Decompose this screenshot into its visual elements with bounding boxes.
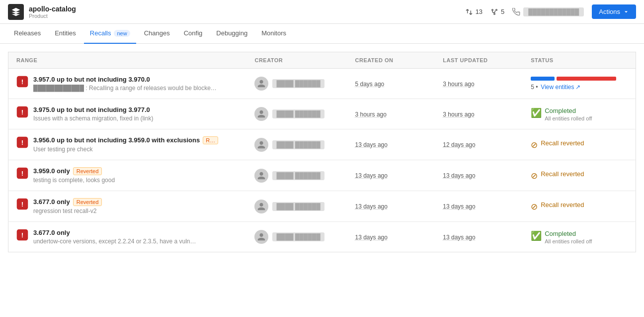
creator-cell: ████ ██████	[246, 69, 347, 99]
updated-cell: 13 days ago	[435, 222, 523, 252]
range-desc: regression test recall-v2	[33, 208, 239, 214]
range-cell: ! 3.956.0 up to but not including 3.959.…	[8, 129, 247, 160]
progress-bar	[531, 77, 628, 81]
range-desc: User testing pre check	[33, 146, 239, 153]
reverted-badge: Reverted	[73, 198, 102, 206]
phone-label: ████████████	[523, 7, 584, 16]
avatar	[254, 200, 268, 213]
col-header-creator: CREATOR	[246, 52, 347, 69]
creator-name: ████ ██████	[272, 202, 324, 211]
avatar	[254, 230, 268, 244]
table-body: ! 3.957.0 up to but not including 3.970.…	[8, 69, 636, 252]
creator-name: ████ ██████	[272, 79, 324, 88]
stat1-value: 13	[476, 8, 483, 15]
recalls-table-wrapper: RANGE CREATOR CREATED ON LAST UPDATED ST…	[0, 44, 644, 260]
col-header-created: CREATED ON	[347, 52, 435, 69]
created-cell: 5 days ago	[347, 69, 435, 99]
range-title: 3.677.0 only	[33, 229, 239, 236]
stat-forks: 5	[490, 8, 504, 16]
recall-icon: !	[16, 136, 28, 148]
header-right: 13 5 ████████████ Actions	[465, 4, 636, 19]
view-entities-link[interactable]: View entities ↗	[541, 84, 580, 91]
reverted-badge: Reverted	[73, 167, 102, 175]
nav-changes[interactable]: Changes	[138, 24, 176, 44]
svg-text:!: !	[21, 108, 24, 116]
arrows-icon	[465, 8, 473, 16]
user-icon	[257, 232, 266, 241]
range-desc: testing is complete, looks good	[33, 177, 239, 184]
table-row: ! 3.677.0 onlyReverted regression test r…	[8, 191, 636, 222]
nav-monitors[interactable]: Monitors	[255, 24, 292, 44]
svg-point-0	[492, 9, 493, 10]
ban-icon: ⊘	[531, 171, 538, 181]
status-sub: All entities rolled off	[545, 238, 592, 244]
updated-cell: 13 days ago	[435, 160, 523, 191]
updated-time: 13 days ago	[443, 234, 475, 241]
svg-point-1	[496, 9, 497, 10]
r-badge: R…	[203, 136, 218, 144]
svg-text:!: !	[21, 201, 24, 208]
creator-cell: ████ ██████	[246, 222, 347, 252]
progress-red	[557, 77, 616, 81]
updated-cell: 3 hours ago	[435, 69, 523, 99]
cube-icon	[11, 7, 21, 17]
check-circle-icon: ✅	[531, 230, 542, 241]
created-cell: 13 days ago	[347, 129, 435, 160]
updated-time: 13 days ago	[443, 172, 475, 179]
created-cell: 13 days ago	[347, 191, 435, 222]
status-cell-reverted: ⊘ Recall reverted	[523, 160, 636, 191]
actions-button[interactable]: Actions	[592, 4, 636, 19]
range-title: 3.677.0 onlyReverted	[33, 198, 239, 206]
range-title: 3.956.0 up to but not including 3.959.0 …	[33, 136, 239, 144]
table-row: ! 3.959.0 onlyReverted testing is comple…	[8, 160, 636, 191]
user-icon	[257, 202, 266, 211]
table-row: ! 3.677.0 only undertow-core versions, e…	[8, 222, 636, 252]
nav-entities[interactable]: Entities	[49, 24, 82, 44]
stat2-value: 5	[501, 8, 504, 15]
creator-name: ████ ██████	[272, 140, 324, 149]
main-nav: Releases Entities Recalls new Changes Co…	[0, 24, 644, 44]
nav-releases[interactable]: Releases	[8, 24, 47, 44]
user-icon	[257, 109, 266, 118]
recall-icon: !	[16, 106, 28, 118]
ban-icon: ⊘	[531, 140, 538, 150]
stat-arrows: 13	[465, 8, 483, 16]
creator-cell: ████ ██████	[246, 129, 347, 160]
progress-info: 5 • View entities ↗	[531, 84, 628, 91]
range-cell: ! 3.677.0 onlyReverted regression test r…	[8, 191, 247, 222]
col-header-updated: LAST UPDATED	[435, 52, 523, 69]
created-time: 13 days ago	[355, 172, 388, 179]
nav-config[interactable]: Config	[178, 24, 209, 44]
created-time: 13 days ago	[355, 141, 388, 148]
updated-time: 12 days ago	[443, 141, 475, 148]
svg-text:!: !	[21, 170, 24, 177]
recall-icon: !	[16, 229, 28, 241]
created-time: 3 hours ago	[355, 111, 387, 118]
updated-time: 3 hours ago	[443, 111, 474, 118]
ban-icon: ⊘	[531, 202, 538, 212]
range-cell: ! 3.959.0 onlyReverted testing is comple…	[8, 160, 247, 191]
phone-icon	[512, 8, 520, 16]
status-label: Recall reverted	[541, 139, 584, 147]
app-logo: apollo-catalog Product	[8, 4, 76, 20]
check-circle-icon: ✅	[531, 107, 542, 118]
logo-icon	[8, 4, 24, 20]
recalls-badge: new	[114, 30, 130, 37]
entity-count: 5 •	[531, 84, 538, 91]
avatar	[254, 138, 268, 152]
creator-name: ████ ██████	[272, 232, 324, 241]
nav-debugging[interactable]: Debugging	[210, 24, 253, 44]
updated-time: 13 days ago	[443, 203, 475, 210]
user-icon	[257, 140, 266, 149]
app-name: apollo-catalog	[29, 5, 76, 13]
status-cell-completed: ✅ Completed All entities rolled off	[523, 222, 636, 252]
nav-recalls[interactable]: Recalls new	[84, 24, 136, 44]
table-row: ! 3.956.0 up to but not including 3.959.…	[8, 129, 636, 160]
status-label: Recall reverted	[541, 170, 584, 178]
creator-cell: ████ ██████	[246, 160, 347, 191]
range-title: 3.957.0 up to but not including 3.970.0	[33, 76, 239, 83]
created-time: 5 days ago	[355, 81, 385, 88]
app-sub: Product	[29, 13, 76, 19]
status-label: Completed	[545, 230, 592, 237]
updated-time: 3 hours ago	[443, 81, 474, 88]
